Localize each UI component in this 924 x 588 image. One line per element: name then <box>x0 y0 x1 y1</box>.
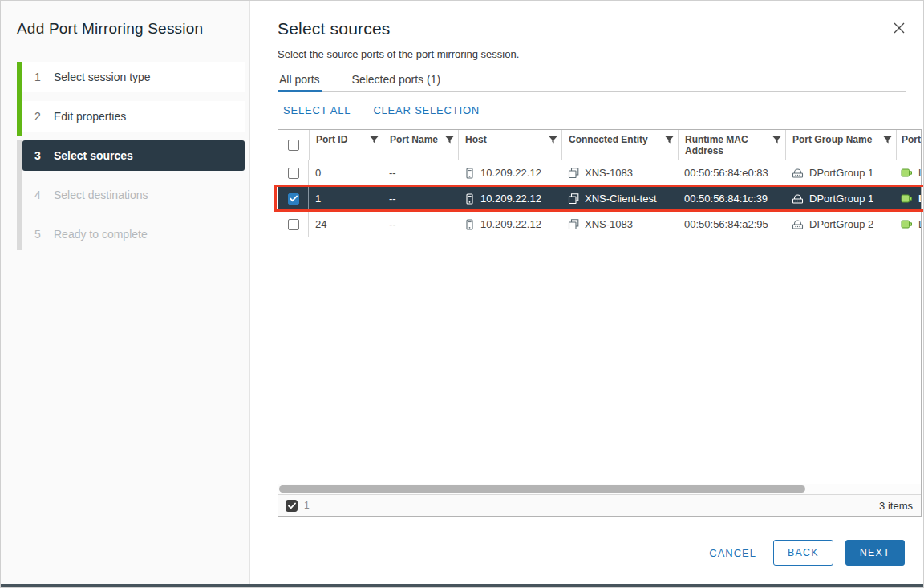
selected-count-checkbox[interactable] <box>286 500 298 512</box>
horizontal-scrollbar[interactable] <box>278 484 921 494</box>
dialog-title: Add Port Mirroring Session <box>17 18 209 39</box>
column-header-port-state: Port State <box>902 134 921 160</box>
vm-icon <box>568 193 579 204</box>
table-header-row: Port ID Port Name Host Connected En <box>278 130 921 160</box>
step-number: 2 <box>34 110 42 123</box>
step-label: Edit properties <box>54 110 126 123</box>
close-icon[interactable] <box>891 20 907 36</box>
port-state-up-icon <box>901 193 913 204</box>
items-count: 3 items <box>879 500 913 512</box>
dialog-body: Select sources Select the source ports o… <box>250 1 923 587</box>
page-description: Select the source ports of the port mirr… <box>278 48 923 60</box>
clear-selection-button[interactable]: CLEAR SELECTION <box>373 104 480 116</box>
row-checkbox-checked[interactable] <box>288 193 299 205</box>
cell-runtime-mac: 00:50:56:84:e0:83 <box>678 167 785 179</box>
wizard-sidebar: Add Port Mirroring Session 1 Select sess… <box>1 1 250 587</box>
step-number: 4 <box>34 189 42 201</box>
host-icon <box>464 168 475 179</box>
wizard-step-select-sources[interactable]: 3 Select sources <box>22 140 245 171</box>
filter-icon[interactable] <box>883 136 892 144</box>
filter-icon[interactable] <box>772 136 781 144</box>
cell-port-name: -- <box>383 218 458 230</box>
cell-host: 10.209.22.12 <box>480 193 541 205</box>
step-label: Select destinations <box>54 189 148 201</box>
scrollbar-thumb[interactable] <box>279 485 805 493</box>
cell-connected-entity: XNS-1083 <box>585 167 633 179</box>
portgroup-icon <box>792 168 804 178</box>
step-number: 3 <box>34 149 42 162</box>
step-label: Ready to complete <box>54 228 148 241</box>
wizard-steps: 1 Select session type 2 Edit properties … <box>17 62 249 249</box>
add-port-mirroring-dialog: Add Port Mirroring Session 1 Select sess… <box>0 0 924 588</box>
table-row-port-0[interactable]: 0 -- 10.209.22.12 XNS-1083 00:50:56:84:e… <box>278 160 921 186</box>
cell-connected-entity: XNS-1083 <box>585 218 633 230</box>
filter-icon[interactable] <box>665 136 674 144</box>
column-header-port-group: Port Group Name <box>792 134 872 160</box>
row-checkbox[interactable] <box>288 168 299 179</box>
filter-icon[interactable] <box>445 136 454 144</box>
portgroup-icon <box>792 219 804 229</box>
vm-icon <box>568 168 579 178</box>
table-empty-area <box>278 237 921 484</box>
cell-runtime-mac: 00:50:56:84:a2:95 <box>678 218 785 230</box>
wizard-step-select-session-type[interactable]: 1 Select session type <box>22 62 245 92</box>
host-icon <box>464 219 475 230</box>
column-header-port-id: Port ID <box>316 134 347 160</box>
cell-port-group: DPortGroup 2 <box>809 218 873 230</box>
page-title: Select sources <box>278 18 923 39</box>
tab-bar: All ports Selected ports (1) <box>278 68 906 92</box>
column-header-connected-entity: Connected Entity <box>569 134 648 160</box>
cell-port-id: 24 <box>309 218 383 230</box>
cell-port-id: 1 <box>309 193 383 205</box>
cell-port-id: 0 <box>309 167 383 179</box>
row-checkbox[interactable] <box>288 219 299 230</box>
table-row-port-1[interactable]: 1 -- 10.209.22.12 XNS-Client-test 00:50:… <box>278 186 921 212</box>
dialog-footer-buttons: CANCEL BACK NEXT <box>278 540 922 566</box>
step-label: Select session type <box>54 71 151 83</box>
cell-port-name: -- <box>383 167 458 179</box>
column-header-host: Host <box>465 134 487 160</box>
host-icon <box>464 193 475 205</box>
grid-actions: SELECT ALL CLEAR SELECTION <box>278 104 923 116</box>
wizard-step-ready-to-complete: 5 Ready to complete <box>22 219 245 249</box>
step-number: 1 <box>34 71 42 83</box>
cell-host: 10.209.22.12 <box>480 218 541 230</box>
cell-port-state: Li <box>918 167 921 179</box>
cell-port-state: Li <box>918 218 921 230</box>
step-number: 5 <box>34 228 42 241</box>
cell-port-group: DPortGroup 1 <box>809 193 873 205</box>
wizard-progress-bar-complete <box>17 62 22 136</box>
cell-port-state: L <box>918 193 921 205</box>
tab-selected-ports[interactable]: Selected ports (1) <box>351 68 443 91</box>
table-footer: 1 3 items <box>278 494 921 516</box>
select-all-button[interactable]: SELECT ALL <box>283 104 351 116</box>
table-row-port-24[interactable]: 24 -- 10.209.22.12 XNS-1083 00:50:56:84:… <box>278 212 921 237</box>
cell-connected-entity: XNS-Client-test <box>585 193 657 205</box>
cell-port-group: DPortGroup 1 <box>809 167 873 179</box>
cell-runtime-mac: 00:50:56:84:1c:39 <box>678 193 785 205</box>
tab-all-ports[interactable]: All ports <box>278 68 322 91</box>
filter-icon[interactable] <box>549 136 557 144</box>
column-header-runtime-mac: Runtime MAC Address <box>685 134 772 160</box>
cancel-button[interactable]: CANCEL <box>704 541 761 566</box>
filter-icon[interactable] <box>370 136 379 144</box>
selected-count: 1 <box>304 500 310 511</box>
port-state-up-icon <box>901 168 913 178</box>
ports-table: Port ID Port Name Host Connected En <box>278 129 922 517</box>
wizard-step-select-destinations: 4 Select destinations <box>22 180 245 210</box>
select-all-checkbox[interactable] <box>288 140 299 151</box>
column-header-port-name: Port Name <box>390 134 438 160</box>
cell-port-name: -- <box>383 193 458 205</box>
wizard-step-edit-properties[interactable]: 2 Edit properties <box>22 101 245 132</box>
vm-icon <box>568 219 579 229</box>
port-state-up-icon <box>901 219 913 229</box>
next-button[interactable]: NEXT <box>845 540 905 566</box>
wizard-progress-bar-remaining <box>17 140 22 250</box>
step-label: Select sources <box>54 149 133 162</box>
cell-host: 10.209.22.12 <box>480 167 541 179</box>
portgroup-icon <box>792 193 804 204</box>
back-button[interactable]: BACK <box>773 540 833 566</box>
